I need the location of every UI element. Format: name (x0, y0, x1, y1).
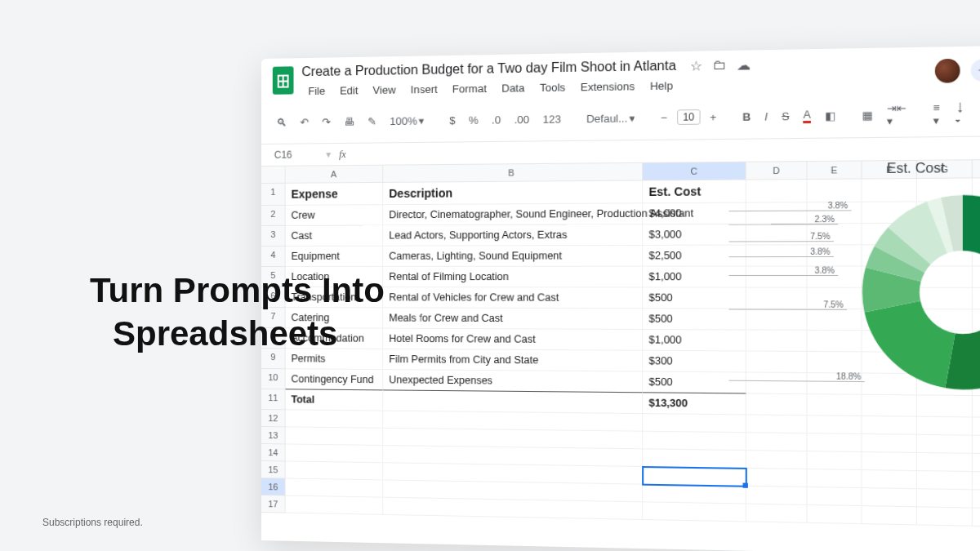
formula-input[interactable] (354, 148, 980, 155)
total-value[interactable]: $13,300 (643, 393, 746, 415)
redo-icon[interactable]: ↷ (318, 113, 335, 131)
borders-icon[interactable]: ▦ (858, 106, 877, 124)
menu-view[interactable]: View (367, 81, 403, 100)
menu-help[interactable]: Help (644, 76, 680, 96)
strikethrough-icon[interactable]: S (777, 107, 794, 125)
header-expense[interactable]: Expense (286, 183, 384, 206)
menu-tools[interactable]: Tools (533, 78, 572, 97)
sheets-logo-icon (273, 66, 294, 94)
move-icon[interactable]: 🗀 (713, 58, 727, 74)
menu-format[interactable]: Format (446, 79, 493, 99)
currency-icon[interactable]: $ (445, 112, 460, 130)
undo-icon[interactable]: ↶ (296, 113, 313, 131)
wrap-icon[interactable]: ↵ ▾ (976, 98, 980, 129)
h-align-icon[interactable]: ≡ ▾ (929, 99, 944, 130)
italic-icon[interactable]: I (760, 108, 773, 126)
col-C[interactable]: C (643, 162, 746, 181)
font-size-decrease[interactable]: − (657, 109, 671, 127)
font-size-input[interactable]: 10 (677, 109, 701, 125)
col-B[interactable]: B (383, 163, 643, 183)
menu-data[interactable]: Data (495, 78, 532, 98)
increase-decimal-icon[interactable]: .00 (510, 110, 533, 128)
total-label[interactable]: Total (286, 390, 384, 411)
table-row[interactable]: Crew (286, 205, 384, 226)
col-D[interactable]: D (746, 162, 808, 180)
col-E[interactable]: E (808, 162, 862, 180)
more-formats-icon[interactable]: 123 (538, 110, 565, 128)
paint-format-icon[interactable]: ✎ (363, 113, 381, 130)
cloud-status-icon: ☁ (737, 57, 751, 73)
search-icon[interactable]: 🔍︎ (273, 113, 292, 131)
marketing-headline: Turn Prompts Into Spreadsheets (90, 269, 385, 355)
table-row[interactable]: Equipment (286, 247, 384, 267)
menu-edit[interactable]: Edit (333, 81, 364, 100)
text-color-icon[interactable]: A (799, 105, 815, 126)
table-row[interactable]: Cast (286, 226, 384, 247)
decrease-decimal-icon[interactable]: .0 (488, 111, 505, 129)
col-F[interactable]: F (862, 161, 917, 180)
menu-insert[interactable]: Insert (404, 80, 444, 100)
header-cost[interactable]: Est. Cost (643, 180, 746, 204)
menu-file[interactable]: File (301, 82, 332, 101)
avatar[interactable] (935, 59, 960, 83)
font-size-increase[interactable]: + (706, 108, 721, 126)
merge-icon[interactable]: ⇥⇤ ▾ (882, 99, 911, 130)
fx-icon: fx (339, 149, 346, 161)
star-icon[interactable]: ☆ (690, 58, 702, 74)
table-row[interactable]: Contingency Fund (286, 369, 384, 390)
font-select[interactable]: Defaul... ▾ (582, 109, 639, 127)
col-A[interactable]: A (286, 166, 384, 184)
cell-reference[interactable]: C16 (270, 148, 318, 163)
v-align-icon[interactable]: ⭣ ▾ (950, 98, 970, 129)
footnote: Subscriptions required. (42, 517, 143, 528)
print-icon[interactable]: 🖶 (340, 113, 359, 130)
zoom-select[interactable]: 100% ▾ (385, 112, 429, 130)
bold-icon[interactable]: B (738, 108, 755, 126)
percent-icon[interactable]: % (465, 111, 483, 129)
selected-cell[interactable] (643, 467, 746, 487)
col-G[interactable]: G (917, 161, 973, 180)
gemini-icon[interactable]: ✦ (971, 59, 980, 82)
header-description[interactable]: Description (383, 181, 643, 206)
menu-extensions[interactable]: Extensions (574, 77, 642, 97)
fill-color-icon[interactable]: ◧ (821, 106, 840, 124)
